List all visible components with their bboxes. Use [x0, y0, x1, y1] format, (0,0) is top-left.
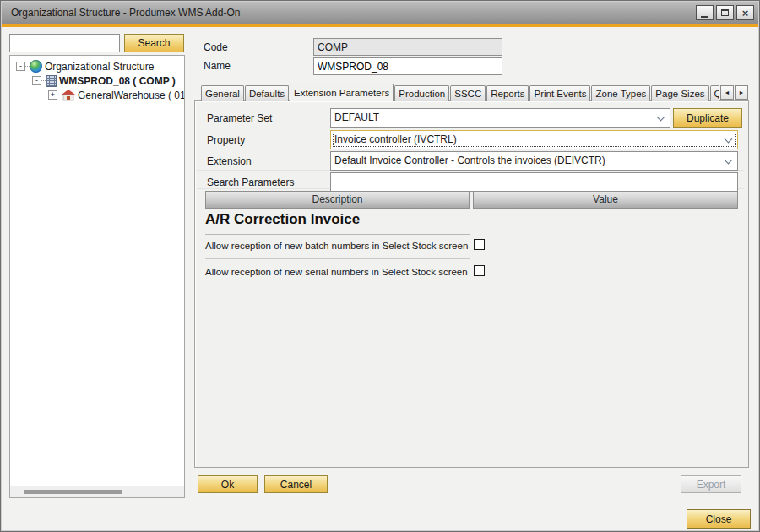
tree-item-general-warehouse[interactable]: + GeneralWarehouse ( 01 ): [10, 88, 184, 102]
globe-icon: [30, 60, 42, 73]
chevron-down-icon: [725, 156, 733, 165]
collapse-expander-icon[interactable]: -: [16, 62, 25, 71]
name-field[interactable]: [313, 57, 502, 75]
extension-parameters-panel: Parameter Set DEFAULT Duplicate Property…: [194, 100, 749, 468]
collapse-expander-icon[interactable]: -: [32, 76, 41, 85]
checkbox-batch-numbers[interactable]: [474, 239, 485, 250]
code-field: [313, 38, 502, 56]
tree-item-label: Organizational Structure: [45, 61, 154, 73]
property-value: Invoice controller (IVCTRL): [334, 133, 457, 145]
tab-general[interactable]: General: [201, 85, 244, 101]
extension-dropdown[interactable]: Default Invoice Controller - Controls th…: [330, 151, 738, 171]
tab-reports[interactable]: Reports: [486, 85, 529, 101]
parameter-set-label: Parameter Set: [207, 112, 272, 124]
tab-quality-status[interactable]: Quality S: [710, 85, 719, 101]
tree-item-wmsprod-08[interactable]: - WMSPROD_08 ( COMP ): [10, 73, 184, 88]
extension-value: Default Invoice Controller - Controls th…: [334, 155, 605, 166]
tree-item-label: GeneralWarehouse ( 01 ): [78, 90, 185, 101]
expand-expander-icon[interactable]: +: [48, 90, 57, 100]
chevron-down-icon: [725, 135, 733, 144]
grid-row-description: Allow reception of new batch numbers in …: [205, 241, 470, 259]
building-icon: [46, 75, 57, 87]
code-label: Code: [204, 41, 228, 53]
tree-item-label: WMSPROD_08 ( COMP ): [59, 75, 176, 87]
extension-label: Extension: [207, 155, 252, 167]
minimize-icon: [701, 16, 708, 18]
row-separator: [197, 128, 744, 128]
close-window-button[interactable]: ×: [736, 5, 754, 20]
property-dropdown[interactable]: Invoice controller (IVCTRL): [330, 130, 738, 149]
name-label: Name: [204, 60, 231, 72]
checkbox-serial-numbers[interactable]: [474, 265, 485, 276]
app-window: Organizational Structure - Produmex WMS …: [0, 0, 760, 532]
arrow-left-icon: ◄: [725, 90, 730, 95]
arrow-right-icon: ►: [739, 90, 745, 95]
search-parameters-input[interactable]: [330, 172, 738, 192]
maximize-button[interactable]: [716, 5, 734, 20]
tab-defaults[interactable]: Defaults: [245, 85, 289, 101]
tree-item-organizational-structure[interactable]: - Organizational Structure: [10, 59, 184, 73]
window-controls: ×: [696, 5, 754, 20]
close-button[interactable]: Close: [687, 509, 751, 529]
chevron-down-icon: [657, 113, 665, 122]
value-column-header[interactable]: Value: [473, 191, 738, 209]
tab-extension-parameters[interactable]: Extension Parameters: [290, 84, 394, 101]
title-bar: Organizational Structure - Produmex WMS …: [2, 2, 758, 24]
tab-production[interactable]: Production: [394, 85, 449, 101]
tab-strip: GeneralDefaultsExtension ParametersProdu…: [201, 84, 719, 101]
search-input[interactable]: [9, 34, 120, 52]
tab-zone-types[interactable]: Zone Types: [591, 85, 650, 101]
search-button[interactable]: Search: [124, 34, 184, 52]
property-label: Property: [207, 134, 245, 146]
grid-row-description: Allow reception of new serial numbers in…: [205, 267, 470, 285]
accent-bar: [2, 24, 758, 27]
parameter-set-value: DEFAULT: [334, 111, 379, 123]
duplicate-button[interactable]: Duplicate: [673, 108, 742, 128]
tab-scroll-right-button[interactable]: ►: [735, 85, 748, 100]
org-structure-tree: - Organizational Structure - WMSPROD_08 …: [9, 55, 185, 498]
export-button: Export: [681, 475, 741, 493]
section-title: A/R Correction Invoice: [205, 211, 470, 235]
description-column-header[interactable]: Description: [205, 191, 470, 209]
cancel-button[interactable]: Cancel: [264, 475, 328, 493]
window-title: Organizational Structure - Produmex WMS …: [11, 7, 240, 19]
ok-button[interactable]: Ok: [198, 475, 258, 493]
horizontal-scrollbar-thumb[interactable]: [24, 490, 122, 494]
minimize-button[interactable]: [696, 5, 714, 20]
maximize-icon: [721, 9, 729, 16]
search-parameters-label: Search Parameters: [207, 176, 294, 188]
tree-horizontal-scrollbar[interactable]: [10, 486, 184, 497]
tab-print-events[interactable]: Print Events: [529, 85, 590, 101]
parameter-set-dropdown[interactable]: DEFAULT: [330, 108, 670, 128]
close-icon: ×: [742, 8, 749, 19]
tab-sscc[interactable]: SSCC: [450, 85, 486, 101]
tab-scroll-left-button[interactable]: ◄: [720, 85, 734, 100]
warehouse-icon: [62, 90, 75, 101]
tab-page-sizes[interactable]: Page Sizes: [651, 85, 708, 101]
